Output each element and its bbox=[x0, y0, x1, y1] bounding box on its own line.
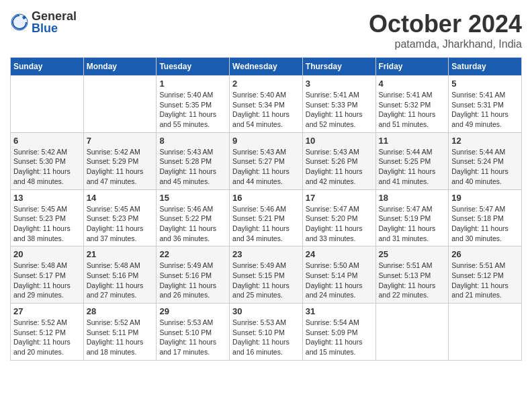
day-info: Sunrise: 5:49 AM Sunset: 5:16 PM Dayligh… bbox=[159, 261, 226, 300]
header-thursday: Thursday bbox=[302, 58, 375, 76]
header-wednesday: Wednesday bbox=[230, 58, 303, 76]
calendar-cell: 5Sunrise: 5:41 AM Sunset: 5:31 PM Daylig… bbox=[449, 76, 522, 133]
day-info: Sunrise: 5:41 AM Sunset: 5:33 PM Dayligh… bbox=[306, 90, 373, 130]
calendar-cell: 16Sunrise: 5:46 AM Sunset: 5:21 PM Dayli… bbox=[230, 189, 303, 246]
day-info: Sunrise: 5:47 AM Sunset: 5:20 PM Dayligh… bbox=[306, 204, 373, 244]
day-number: 8 bbox=[159, 136, 226, 146]
calendar-cell: 4Sunrise: 5:41 AM Sunset: 5:32 PM Daylig… bbox=[375, 76, 449, 133]
day-info: Sunrise: 5:53 AM Sunset: 5:10 PM Dayligh… bbox=[232, 318, 300, 357]
day-number: 6 bbox=[13, 136, 81, 146]
calendar-cell bbox=[11, 76, 84, 133]
calendar-cell: 23Sunrise: 5:49 AM Sunset: 5:15 PM Dayli… bbox=[230, 246, 303, 304]
calendar-cell: 26Sunrise: 5:51 AM Sunset: 5:12 PM Dayli… bbox=[449, 246, 522, 304]
month-title: October 2024 bbox=[369, 10, 522, 38]
day-info: Sunrise: 5:42 AM Sunset: 5:29 PM Dayligh… bbox=[87, 147, 154, 187]
location: patamda, Jharkhand, India bbox=[369, 38, 522, 50]
calendar-header: Sunday Monday Tuesday Wednesday Thursday… bbox=[11, 58, 522, 76]
day-number: 19 bbox=[451, 193, 519, 203]
day-number: 5 bbox=[451, 79, 519, 89]
page-header: General Blue October 2024 patamda, Jhark… bbox=[10, 10, 522, 50]
day-number: 10 bbox=[306, 136, 373, 146]
calendar-cell bbox=[449, 304, 522, 361]
day-info: Sunrise: 5:41 AM Sunset: 5:31 PM Dayligh… bbox=[451, 90, 519, 130]
day-number: 16 bbox=[232, 193, 300, 203]
calendar-week-2: 6Sunrise: 5:42 AM Sunset: 5:30 PM Daylig… bbox=[11, 132, 522, 189]
calendar-week-1: 1Sunrise: 5:40 AM Sunset: 5:35 PM Daylig… bbox=[11, 76, 522, 133]
day-info: Sunrise: 5:40 AM Sunset: 5:34 PM Dayligh… bbox=[232, 90, 300, 130]
day-info: Sunrise: 5:50 AM Sunset: 5:14 PM Dayligh… bbox=[306, 261, 373, 300]
day-info: Sunrise: 5:48 AM Sunset: 5:17 PM Dayligh… bbox=[13, 261, 81, 300]
day-info: Sunrise: 5:43 AM Sunset: 5:27 PM Dayligh… bbox=[232, 147, 300, 187]
logo: General Blue bbox=[10, 10, 77, 34]
calendar-cell: 3Sunrise: 5:41 AM Sunset: 5:33 PM Daylig… bbox=[302, 76, 375, 133]
calendar-cell: 28Sunrise: 5:52 AM Sunset: 5:11 PM Dayli… bbox=[83, 304, 157, 361]
calendar-cell: 13Sunrise: 5:45 AM Sunset: 5:23 PM Dayli… bbox=[11, 189, 84, 246]
logo-icon bbox=[10, 13, 29, 32]
day-number: 13 bbox=[13, 193, 81, 203]
calendar-cell: 8Sunrise: 5:43 AM Sunset: 5:28 PM Daylig… bbox=[157, 132, 230, 189]
calendar-cell: 18Sunrise: 5:47 AM Sunset: 5:19 PM Dayli… bbox=[375, 189, 449, 246]
day-info: Sunrise: 5:46 AM Sunset: 5:22 PM Dayligh… bbox=[159, 204, 226, 244]
calendar-cell: 19Sunrise: 5:47 AM Sunset: 5:18 PM Dayli… bbox=[449, 189, 522, 246]
day-info: Sunrise: 5:47 AM Sunset: 5:18 PM Dayligh… bbox=[451, 204, 519, 244]
calendar-cell bbox=[83, 76, 157, 133]
day-info: Sunrise: 5:49 AM Sunset: 5:15 PM Dayligh… bbox=[232, 261, 300, 300]
day-info: Sunrise: 5:46 AM Sunset: 5:21 PM Dayligh… bbox=[232, 204, 300, 244]
day-number: 21 bbox=[87, 249, 154, 259]
calendar-cell: 14Sunrise: 5:45 AM Sunset: 5:23 PM Dayli… bbox=[83, 189, 157, 246]
day-info: Sunrise: 5:43 AM Sunset: 5:26 PM Dayligh… bbox=[306, 147, 373, 187]
calendar-cell: 31Sunrise: 5:54 AM Sunset: 5:09 PM Dayli… bbox=[302, 304, 375, 361]
calendar-week-3: 13Sunrise: 5:45 AM Sunset: 5:23 PM Dayli… bbox=[11, 189, 522, 246]
calendar-cell: 17Sunrise: 5:47 AM Sunset: 5:20 PM Dayli… bbox=[302, 189, 375, 246]
day-number: 11 bbox=[379, 136, 446, 146]
day-number: 14 bbox=[87, 193, 154, 203]
day-info: Sunrise: 5:43 AM Sunset: 5:28 PM Dayligh… bbox=[159, 147, 226, 187]
calendar-week-4: 20Sunrise: 5:48 AM Sunset: 5:17 PM Dayli… bbox=[11, 246, 522, 304]
day-number: 12 bbox=[451, 136, 519, 146]
calendar-cell: 1Sunrise: 5:40 AM Sunset: 5:35 PM Daylig… bbox=[157, 76, 230, 133]
day-info: Sunrise: 5:51 AM Sunset: 5:12 PM Dayligh… bbox=[451, 261, 519, 300]
day-info: Sunrise: 5:42 AM Sunset: 5:30 PM Dayligh… bbox=[13, 147, 81, 187]
header-monday: Monday bbox=[83, 58, 157, 76]
calendar-week-5: 27Sunrise: 5:52 AM Sunset: 5:12 PM Dayli… bbox=[11, 304, 522, 361]
calendar-cell: 10Sunrise: 5:43 AM Sunset: 5:26 PM Dayli… bbox=[302, 132, 375, 189]
day-info: Sunrise: 5:53 AM Sunset: 5:10 PM Dayligh… bbox=[159, 318, 226, 357]
calendar-cell: 24Sunrise: 5:50 AM Sunset: 5:14 PM Dayli… bbox=[302, 246, 375, 304]
calendar-cell: 25Sunrise: 5:51 AM Sunset: 5:13 PM Dayli… bbox=[375, 246, 449, 304]
day-number: 3 bbox=[306, 79, 373, 89]
day-info: Sunrise: 5:52 AM Sunset: 5:11 PM Dayligh… bbox=[87, 318, 154, 357]
day-number: 2 bbox=[232, 79, 300, 89]
calendar-cell: 6Sunrise: 5:42 AM Sunset: 5:30 PM Daylig… bbox=[11, 132, 84, 189]
logo-text: General Blue bbox=[32, 10, 77, 34]
day-info: Sunrise: 5:44 AM Sunset: 5:25 PM Dayligh… bbox=[379, 147, 446, 187]
header-friday: Friday bbox=[375, 58, 449, 76]
day-info: Sunrise: 5:54 AM Sunset: 5:09 PM Dayligh… bbox=[306, 318, 373, 357]
day-number: 20 bbox=[13, 249, 81, 259]
day-number: 4 bbox=[379, 79, 446, 89]
calendar: Sunday Monday Tuesday Wednesday Thursday… bbox=[10, 57, 522, 361]
day-info: Sunrise: 5:52 AM Sunset: 5:12 PM Dayligh… bbox=[13, 318, 81, 357]
calendar-cell bbox=[375, 304, 449, 361]
day-number: 23 bbox=[232, 249, 300, 259]
day-info: Sunrise: 5:51 AM Sunset: 5:13 PM Dayligh… bbox=[379, 261, 446, 300]
day-info: Sunrise: 5:47 AM Sunset: 5:19 PM Dayligh… bbox=[379, 204, 446, 244]
header-row: Sunday Monday Tuesday Wednesday Thursday… bbox=[11, 58, 522, 76]
day-number: 15 bbox=[159, 193, 226, 203]
day-number: 25 bbox=[379, 249, 446, 259]
day-info: Sunrise: 5:45 AM Sunset: 5:23 PM Dayligh… bbox=[87, 204, 154, 244]
calendar-cell: 11Sunrise: 5:44 AM Sunset: 5:25 PM Dayli… bbox=[375, 132, 449, 189]
title-area: October 2024 patamda, Jharkhand, India bbox=[369, 10, 522, 50]
calendar-cell: 20Sunrise: 5:48 AM Sunset: 5:17 PM Dayli… bbox=[11, 246, 84, 304]
day-number: 18 bbox=[379, 193, 446, 203]
day-number: 31 bbox=[306, 306, 373, 316]
calendar-body: 1Sunrise: 5:40 AM Sunset: 5:35 PM Daylig… bbox=[11, 76, 522, 361]
day-number: 28 bbox=[87, 306, 154, 316]
day-info: Sunrise: 5:45 AM Sunset: 5:23 PM Dayligh… bbox=[13, 204, 81, 244]
calendar-cell: 29Sunrise: 5:53 AM Sunset: 5:10 PM Dayli… bbox=[157, 304, 230, 361]
day-number: 30 bbox=[232, 306, 300, 316]
day-number: 17 bbox=[306, 193, 373, 203]
day-info: Sunrise: 5:41 AM Sunset: 5:32 PM Dayligh… bbox=[379, 90, 446, 130]
logo-general: General bbox=[32, 10, 77, 22]
day-number: 26 bbox=[451, 249, 519, 259]
day-number: 24 bbox=[306, 249, 373, 259]
